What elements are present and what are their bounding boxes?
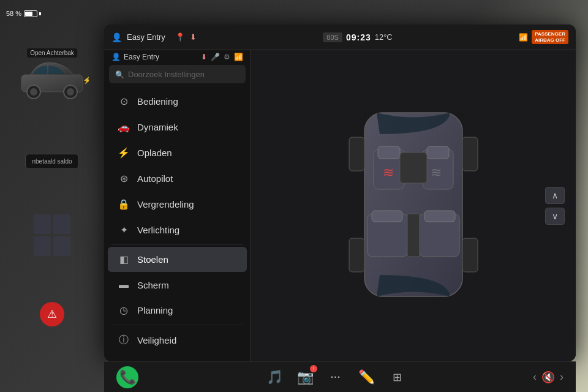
topbar-download-icon: ⬇ xyxy=(190,32,197,42)
svg-rect-19 xyxy=(349,137,364,171)
svg-rect-17 xyxy=(424,211,455,222)
menu-label-veiligheid: Veiligheid xyxy=(137,335,176,345)
topbar-speed: 80S xyxy=(323,32,342,42)
menu-item-bediening[interactable]: ⊙Bediening xyxy=(108,89,247,114)
menu-item-veiligheid[interactable]: ⓘVeiligheid xyxy=(108,327,247,353)
taskbar-pencil-app[interactable]: ✏️ xyxy=(355,366,377,388)
svg-point-2 xyxy=(30,88,37,96)
svg-rect-22 xyxy=(462,238,478,272)
open-trunk-label[interactable]: Open Achterbak xyxy=(27,48,77,58)
unpaid-balance: nbetaald saldo xyxy=(25,154,78,169)
svg-rect-10 xyxy=(427,146,449,159)
taskbar-center: 🎵 📷 ! ··· ✏️ ⊞ xyxy=(263,366,408,388)
seat-down-button[interactable]: ∨ xyxy=(545,208,565,225)
dots-icon: ··· xyxy=(331,372,341,383)
svg-text:⚡: ⚡ xyxy=(83,75,89,85)
battery-percent: 58 % xyxy=(6,10,21,17)
menu-divider-8 xyxy=(111,325,243,325)
battery-tip xyxy=(39,12,41,15)
spotify-icon: 🎵 xyxy=(266,369,283,385)
car-topdown-svg: ≋ ≋ xyxy=(346,100,481,309)
settings-panel: 👤 Easy Entry ⬇ 🎤 ⚙ 📶 Doorzoek Instelling… xyxy=(104,50,251,361)
nav-back-button[interactable]: ‹ xyxy=(533,371,537,383)
menu-icon-verlichting: ✦ xyxy=(118,224,130,236)
nav-forward-button[interactable]: › xyxy=(560,371,564,383)
unpaid-balance-text: nbetaald saldo xyxy=(32,158,72,165)
menu-icon-autopilot: ⊛ xyxy=(118,173,130,184)
volume-button[interactable]: 🔇 xyxy=(541,371,555,384)
search-placeholder: Doorzoek Instellingen xyxy=(128,70,205,79)
settings-subheader: 👤 Easy Entry ⬇ 🎤 ⚙ 📶 xyxy=(104,50,251,65)
menu-label-stoelen: Stoelen xyxy=(137,254,168,265)
seat-mini-grid xyxy=(34,214,70,256)
seat-mini-fl xyxy=(34,214,51,234)
menu-icon-scherm: ▬ xyxy=(118,279,130,290)
menu-item-verlichting[interactable]: ✦Verlichting xyxy=(108,217,247,243)
menu-item-autopilot[interactable]: ⊛Autopilot xyxy=(108,166,247,191)
taskbar-camera-app[interactable]: 📷 ! xyxy=(294,366,316,388)
taskbar-dots-app[interactable]: ··· xyxy=(325,366,347,388)
topbar-middle: 80S 09:23 12°C xyxy=(202,32,514,42)
phone-status-bar: 58 % xyxy=(6,5,582,22)
seat-mini-rr xyxy=(53,236,70,256)
menu-item-vergrendeling[interactable]: 🔒Vergrendeling xyxy=(108,192,247,217)
taskbar: 📞 🎵 📷 ! ··· ✏️ ⊞ ‹ 🔇 › xyxy=(104,361,576,392)
camera-badge: ! xyxy=(310,365,317,372)
menu-item-scherm[interactable]: ▬Scherm xyxy=(108,273,247,297)
seat-mini-rl xyxy=(34,236,51,256)
svg-rect-6 xyxy=(364,113,462,296)
menu-icon-dynamiek: 🚗 xyxy=(118,121,130,133)
settings-signal-icon: 📶 xyxy=(234,53,243,61)
menu-label-bediening: Bediening xyxy=(137,96,178,107)
menu-icon-opladen: ⚡ xyxy=(118,147,130,159)
taskbar-left: 📞 xyxy=(116,366,138,388)
menu-label-vergrendeling: Vergrendeling xyxy=(137,199,194,209)
settings-top-icons: ⬇ 🎤 ⚙ 📶 xyxy=(201,53,243,61)
svg-rect-16 xyxy=(372,211,402,222)
menu-list: ⊙Bediening🚗Dynamiek⚡Opladen⊛Autopilot🔒Ve… xyxy=(104,87,251,361)
menu-icon-planning: ◷ xyxy=(118,304,130,316)
menu-item-stoelen[interactable]: ◧Stoelen xyxy=(108,247,247,272)
topbar-location-icon: 📍 xyxy=(175,32,185,42)
menu-item-opladen[interactable]: ⚡Opladen xyxy=(108,140,247,165)
menu-item-dynamiek[interactable]: 🚗Dynamiek xyxy=(108,115,247,140)
tesla-topbar: 👤 Easy Entry 📍 ⬇ 80S 09:23 12°C 📶 PASSEN… xyxy=(104,24,576,50)
menu-label-verlichting: Verlichting xyxy=(137,225,179,235)
search-bar[interactable]: Doorzoek Instellingen xyxy=(109,65,246,83)
menu-label-planning: Planning xyxy=(137,305,173,315)
passenger-airbag-badge: PASSENGER AIRBAG OFF xyxy=(532,30,568,44)
battery-body xyxy=(24,10,37,17)
battery-indicator: 58 % xyxy=(6,10,41,17)
topbar-profile-icon: 👤 xyxy=(111,32,122,42)
battery-icon xyxy=(24,10,41,17)
topbar-icon2: 📶 xyxy=(519,33,528,42)
topbar-right: 📶 PASSENGER AIRBAG OFF xyxy=(519,30,568,44)
taskbar-spotify-app[interactable]: 🎵 xyxy=(263,366,285,388)
taskbar-windows-app[interactable]: ⊞ xyxy=(386,366,408,388)
menu-icon-vergrendeling: 🔒 xyxy=(118,198,130,210)
menu-item-planning[interactable]: ◷Planning xyxy=(108,298,247,323)
tesla-screen: 👤 Easy Entry 📍 ⬇ 80S 09:23 12°C 📶 PASSEN… xyxy=(104,24,576,361)
menu-icon-veiligheid: ⓘ xyxy=(118,334,130,347)
emergency-button[interactable]: ⚠ xyxy=(40,302,64,326)
svg-text:≋: ≋ xyxy=(431,165,442,180)
settings-mic-icon: 🎤 xyxy=(211,53,220,61)
topbar-temp: 12°C xyxy=(375,32,393,42)
search-icon xyxy=(115,69,124,80)
settings-easy-entry: 👤 Easy Entry xyxy=(111,53,159,61)
battery-fill xyxy=(25,12,32,16)
car-side-svg: ⚡ xyxy=(15,59,89,99)
seat-controls: ∧ ∨ xyxy=(545,187,565,225)
svg-point-4 xyxy=(67,88,74,96)
seat-up-button[interactable]: ∧ xyxy=(545,187,565,204)
settings-bt-icon: ⚙ xyxy=(224,53,230,61)
svg-rect-18 xyxy=(407,214,420,257)
svg-rect-20 xyxy=(462,137,478,171)
taskbar-phone-app[interactable]: 📞 xyxy=(116,366,138,388)
tesla-main-content: 👤 Easy Entry ⬇ 🎤 ⚙ 📶 Doorzoek Instelling… xyxy=(104,50,576,361)
menu-item-service[interactable]: 🔧Service xyxy=(108,354,247,361)
topbar-easy-entry-label[interactable]: Easy Entry xyxy=(127,32,165,42)
menu-label-opladen: Opladen xyxy=(137,148,172,158)
svg-rect-9 xyxy=(378,146,400,159)
phone-icon: 📞 xyxy=(119,369,136,385)
